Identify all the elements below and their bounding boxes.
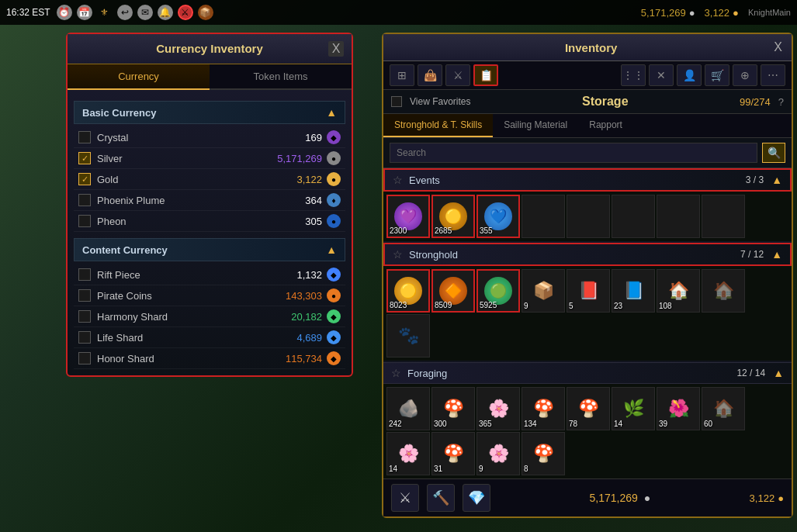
tab-token-items[interactable]: Token Items xyxy=(210,64,352,90)
foraging-item-grid: 🪨 242 🍄 300 🌸 365 🍄 134 🍄 78 xyxy=(383,384,792,478)
sort-icon-btn[interactable]: ✕ xyxy=(649,64,674,86)
item-slot-for-12[interactable]: 🍄 8 xyxy=(522,432,565,475)
character-icon[interactable]: ⚔ xyxy=(178,5,193,20)
storage-bar: View Favorites Storage 99/274 ? xyxy=(383,90,792,114)
storage-icon-btn[interactable]: 📋 xyxy=(473,64,498,86)
for-item-9-count: 14 xyxy=(389,465,397,473)
item-slot-events-empty4[interactable] xyxy=(657,195,700,238)
harmony-checkbox[interactable] xyxy=(78,310,91,323)
gold-icon-row: ● xyxy=(327,172,341,186)
sh-item-5-count: 5 xyxy=(569,302,573,310)
foraging-header[interactable]: ☆ Foraging 12 / 14 ▲ xyxy=(383,362,792,384)
item-slot-for-2[interactable]: 🍄 300 xyxy=(431,387,475,430)
item-slot-for-9[interactable]: 🌸 14 xyxy=(386,432,430,475)
item-slot-sh-2[interactable]: 🔶 8509 xyxy=(431,269,475,313)
item-slot-sh-3[interactable]: 🟢 5925 xyxy=(476,269,520,313)
item-slot-events-2[interactable]: 🟡 2685 xyxy=(431,195,475,238)
equip-icon-btn[interactable]: ⚔ xyxy=(445,64,470,86)
basic-currency-section-header[interactable]: Basic Currency ▲ xyxy=(74,101,345,124)
currency-row-pirate: Pirate Coins 143,303 ● xyxy=(74,285,345,306)
silver-icon: ● xyxy=(689,7,695,19)
pheon-icon: ● xyxy=(327,214,341,228)
rift-checkbox[interactable] xyxy=(78,268,91,281)
pheon-checkbox[interactable] xyxy=(78,215,91,227)
silver-display: 5,171,269 ● xyxy=(641,7,695,19)
events-header[interactable]: ☆ Events 3 / 3 ▲ xyxy=(383,168,792,192)
inventory-close[interactable]: X xyxy=(774,40,782,54)
tab-stronghold[interactable]: Stronghold & T. Skills xyxy=(383,114,493,137)
currency-panel-close[interactable]: X xyxy=(328,41,344,57)
shop-icon-btn[interactable]: 🛒 xyxy=(705,64,729,86)
item-slot-sh-9[interactable]: 🐾 xyxy=(386,314,430,358)
stronghold-count: 7 / 12 xyxy=(740,249,764,260)
item-slot-events-empty1[interactable] xyxy=(522,195,565,238)
craft-icon-btn[interactable]: 🔨 xyxy=(427,484,455,512)
search-input[interactable] xyxy=(390,143,757,163)
honor-checkbox[interactable] xyxy=(78,352,91,364)
currency-panel-header: Currency Inventory X xyxy=(68,34,352,64)
pheon-amount: 305 xyxy=(305,216,322,227)
item-slot-for-7[interactable]: 🌺 39 xyxy=(657,387,700,430)
item-slot-sh-5[interactable]: 📕 5 xyxy=(567,269,610,313)
item-slot-sh-1[interactable]: 🟡 8023 xyxy=(386,269,430,313)
item-slot-for-8[interactable]: 🏠 60 xyxy=(702,387,745,430)
grid-icon-btn[interactable]: ⊞ xyxy=(390,64,414,86)
content-currency-section-header[interactable]: Content Currency ▲ xyxy=(74,238,345,261)
top-bar-currency: 5,171,269 ● 3,122 ● KnightMain xyxy=(641,7,791,19)
item-slot-sh-7[interactable]: 🏠 108 xyxy=(657,269,700,313)
tab-currency[interactable]: Currency xyxy=(68,64,210,90)
inventory-scroll-area[interactable]: ☆ Events 3 / 3 ▲ 💜 2300 🟡 2685 💙 355 xyxy=(383,168,792,478)
gold-checkbox[interactable]: ✓ xyxy=(78,173,91,185)
item-slot-for-5[interactable]: 🍄 78 xyxy=(567,387,610,430)
harmony-icon: ◆ xyxy=(327,309,341,323)
more-icon-btn[interactable]: ⋯ xyxy=(761,64,785,86)
item-slot-events-empty3[interactable] xyxy=(612,195,655,238)
for-item-1-icon: 🪨 xyxy=(398,399,419,419)
for-item-9-icon: 🌸 xyxy=(398,444,419,464)
phoenix-checkbox[interactable] xyxy=(78,194,91,206)
tab-sailing[interactable]: Sailing Material xyxy=(493,114,578,137)
view-favorites-label: View Favorites xyxy=(410,96,470,107)
silver-checkbox[interactable]: ✓ xyxy=(78,152,91,164)
item-slot-events-3[interactable]: 💙 355 xyxy=(476,195,520,238)
bottom-silver-display: 5,171,269 ● xyxy=(498,492,742,504)
skill-icon-btn[interactable]: ⚔ xyxy=(391,484,419,512)
currency-row-crystal: Crystal 169 ◆ xyxy=(74,127,345,148)
phoenix-amount: 364 xyxy=(305,195,322,206)
storage-count: 99/274 xyxy=(740,96,771,108)
item-slot-for-6[interactable]: 🌿 14 xyxy=(612,387,655,430)
inventory-header: Inventory X xyxy=(383,34,792,61)
search-button[interactable]: 🔍 xyxy=(762,143,785,163)
events-count: 3 / 3 xyxy=(746,174,764,185)
item-slot-for-3[interactable]: 🌸 365 xyxy=(476,387,520,430)
filter-icon-btn[interactable]: 👤 xyxy=(677,64,702,86)
crystal-checkbox[interactable] xyxy=(78,131,91,143)
pirate-icon: ● xyxy=(327,288,341,302)
stronghold-header[interactable]: ☆ Stronghold 7 / 12 ▲ xyxy=(383,243,792,266)
item-slot-sh-6[interactable]: 📘 23 xyxy=(612,269,655,313)
expand-icon-btn[interactable]: ⊕ xyxy=(733,64,757,86)
item-slot-for-10[interactable]: 🍄 31 xyxy=(431,432,475,475)
settings-icon-btn[interactable]: ⋮⋮ xyxy=(621,64,646,86)
item-slot-for-1[interactable]: 🪨 242 xyxy=(386,387,430,430)
bottom-silver-amount: 5,171,269 xyxy=(589,492,637,504)
currency-panel-content: Basic Currency ▲ Crystal 169 ◆ ✓ Silver … xyxy=(68,90,352,375)
chest-icon[interactable]: 📦 xyxy=(198,5,213,20)
bag-icon-btn[interactable]: 👜 xyxy=(418,64,442,86)
item-slot-for-4[interactable]: 🍄 134 xyxy=(522,387,565,430)
item-slot-sh-8[interactable]: 🏠 xyxy=(702,269,745,313)
pirate-checkbox[interactable] xyxy=(78,289,91,302)
view-favorites-checkbox[interactable] xyxy=(391,96,402,107)
item-slot-events-empty2[interactable] xyxy=(567,195,610,238)
gold-name: Gold xyxy=(97,174,296,185)
item-slot-events-1[interactable]: 💜 2300 xyxy=(386,195,430,238)
events-item-3-count: 355 xyxy=(480,226,493,235)
life-checkbox[interactable] xyxy=(78,331,91,344)
honor-icon: ◆ xyxy=(327,351,341,365)
gem-icon-btn[interactable]: 💎 xyxy=(463,484,490,512)
item-slot-events-empty5[interactable] xyxy=(702,195,745,238)
item-slot-for-11[interactable]: 🌸 9 xyxy=(476,432,520,475)
item-slot-sh-4[interactable]: 📦 9 xyxy=(522,269,565,313)
tab-rapport[interactable]: Rapport xyxy=(578,114,633,137)
currency-row-harmony: Harmony Shard 20,182 ◆ xyxy=(74,306,345,327)
